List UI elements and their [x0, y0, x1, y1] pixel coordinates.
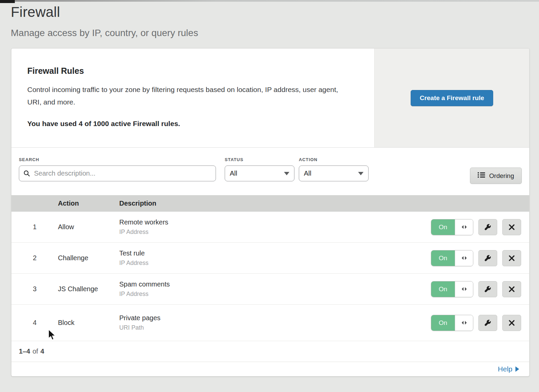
rules-heading: Firewall Rules: [27, 66, 354, 76]
table-header: Action Description: [11, 195, 529, 212]
toggle-handle: [455, 281, 473, 297]
delete-rule-button[interactable]: [502, 315, 521, 331]
create-firewall-rule-button[interactable]: Create a Firewall rule: [411, 90, 493, 106]
ordered-list-icon: [478, 172, 485, 180]
rule-description-cell: Remote workers IP Address: [119, 218, 431, 236]
ordering-button-label: Ordering: [489, 172, 514, 180]
wrench-icon: [484, 223, 492, 231]
toggle-handle: [455, 250, 473, 266]
rule-action: Challenge: [58, 254, 119, 262]
rule-match-type: URI Path: [119, 324, 431, 331]
edit-rule-button[interactable]: [478, 219, 497, 235]
rule-description-cell: Private pages URI Path: [119, 314, 431, 331]
rule-description: Spam comments: [119, 280, 431, 288]
action-label: ACTION: [299, 157, 369, 162]
pagination-range: 1–4: [19, 348, 30, 355]
page-title: Firewall: [11, 4, 528, 20]
pagination: 1–4 of 4: [11, 341, 529, 362]
rule-enabled-toggle[interactable]: On: [431, 250, 473, 266]
help-link-label: Help: [498, 365, 512, 373]
toggle-on-label: On: [431, 315, 455, 331]
status-field-group: STATUS All: [225, 157, 294, 181]
table-row: 4 Block Private pages URI Path On: [11, 305, 529, 341]
chevron-down-icon: [284, 172, 289, 175]
column-header-description: Description: [119, 200, 529, 207]
rule-description: Private pages: [119, 314, 431, 322]
rule-enabled-toggle[interactable]: On: [431, 315, 473, 331]
left-right-arrows-icon: [461, 321, 468, 325]
rule-action: JS Challenge: [58, 285, 119, 293]
toggle-on-label: On: [431, 281, 455, 297]
delete-rule-button[interactable]: [502, 250, 521, 266]
toggle-handle: [455, 219, 473, 235]
wrench-icon: [484, 285, 492, 293]
arrow-right-icon: [515, 366, 519, 372]
table-row: 1 Allow Remote workers IP Address On: [11, 212, 529, 243]
search-input-wrap: [19, 165, 216, 181]
rules-intro-text: Firewall Rules Control incoming traffic …: [11, 49, 374, 147]
firewall-rules-card: Firewall Rules Control incoming traffic …: [11, 48, 530, 376]
search-label: SEARCH: [19, 157, 216, 162]
pagination-of-label: of: [32, 348, 38, 355]
toggle-handle: [455, 315, 473, 331]
help-row: Help: [11, 362, 529, 376]
rule-controls: On: [431, 250, 521, 266]
edit-rule-button[interactable]: [478, 281, 497, 297]
rule-controls: On: [431, 219, 521, 235]
left-right-arrows-icon: [461, 256, 468, 260]
rule-description-cell: Spam comments IP Address: [119, 280, 431, 298]
rule-action: Allow: [58, 223, 119, 231]
wrench-icon: [484, 254, 492, 262]
help-link[interactable]: Help: [498, 365, 519, 373]
rule-action: Block: [58, 319, 119, 327]
search-field-group: SEARCH: [19, 157, 216, 181]
wrench-icon: [484, 319, 492, 327]
rule-controls: On: [431, 281, 521, 297]
rule-priority: 2: [11, 254, 58, 262]
rule-description-cell: Test rule IP Address: [119, 249, 431, 267]
create-rule-panel: Create a Firewall rule: [374, 49, 529, 147]
rule-description: Remote workers: [119, 218, 431, 226]
page-subtitle: Manage access by IP, country, or query r…: [11, 28, 528, 38]
left-right-arrows-icon: [461, 225, 468, 229]
rule-match-type: IP Address: [119, 260, 431, 267]
close-icon: [508, 224, 515, 231]
rule-priority: 4: [11, 319, 58, 327]
rule-match-type: IP Address: [119, 291, 431, 298]
rule-priority: 1: [11, 223, 58, 231]
action-select[interactable]: All: [299, 165, 369, 181]
left-right-arrows-icon: [461, 287, 468, 291]
close-icon: [508, 286, 515, 293]
rule-enabled-toggle[interactable]: On: [431, 281, 473, 297]
close-icon: [508, 320, 515, 326]
table-row: 3 JS Challenge Spam comments IP Address …: [11, 274, 529, 305]
toggle-on-label: On: [431, 250, 455, 266]
ordering-button[interactable]: Ordering: [470, 168, 522, 184]
rule-match-type: IP Address: [119, 229, 431, 236]
status-select-value: All: [230, 170, 237, 177]
status-label: STATUS: [225, 157, 294, 162]
action-select-value: All: [304, 170, 311, 177]
edit-rule-button[interactable]: [478, 315, 497, 331]
filters-bar: SEARCH STATUS All ACTION All: [11, 148, 529, 195]
rules-description: Control incoming traffic to your zone by…: [27, 83, 351, 108]
rule-controls: On: [431, 315, 521, 331]
action-field-group: ACTION All: [299, 157, 369, 181]
rule-priority: 3: [11, 285, 58, 293]
delete-rule-button[interactable]: [502, 281, 521, 297]
rule-description: Test rule: [119, 249, 431, 257]
page-header: Firewall Manage access by IP, country, o…: [0, 0, 539, 38]
edit-rule-button[interactable]: [478, 250, 497, 266]
rules-intro-section: Firewall Rules Control incoming traffic …: [11, 49, 529, 147]
rules-usage-count: You have used 4 of 1000 active Firewall …: [27, 120, 354, 128]
close-icon: [508, 255, 515, 262]
delete-rule-button[interactable]: [502, 219, 521, 235]
column-header-action: Action: [58, 200, 119, 207]
table-row: 2 Challenge Test rule IP Address On: [11, 243, 529, 274]
window-corner-artifact: [0, 0, 15, 3]
rule-enabled-toggle[interactable]: On: [431, 219, 473, 235]
chevron-down-icon: [358, 172, 363, 175]
status-select[interactable]: All: [225, 165, 294, 181]
search-input[interactable]: [19, 165, 216, 181]
window-top-edge: [0, 0, 539, 2]
